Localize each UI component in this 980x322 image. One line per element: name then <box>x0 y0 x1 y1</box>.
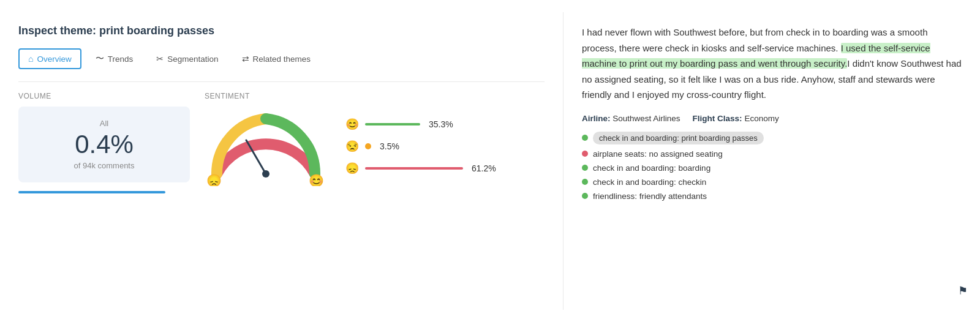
neutral-emoji: 😒 <box>345 140 359 153</box>
volume-value: 0.4% <box>75 132 134 157</box>
trends-icon: 〜 <box>96 53 104 64</box>
tag-label-0: check in and boarding: print boarding pa… <box>593 132 764 144</box>
flight-class-meta: Flight Class: Economy <box>693 114 779 123</box>
tag-item-2: check in and boarding: boarding <box>582 163 962 173</box>
content-area: Volume All 0.4% of 94k comments Sentimen… <box>18 92 545 193</box>
volume-sub-label: of 94k comments <box>74 161 135 170</box>
tag-dot-0 <box>582 135 588 141</box>
gauge-chart: 😞 😊 <box>205 107 327 186</box>
flight-class-value: Economy <box>744 114 778 123</box>
volume-section-label: Volume <box>18 92 190 100</box>
tab-overview[interactable]: ⌂ Overview <box>18 48 81 69</box>
legend-item-negative: 😞 61.2% <box>345 162 496 175</box>
negative-line <box>365 167 463 170</box>
negative-emoji: 😞 <box>345 162 359 175</box>
right-panel: I had never flown with Southwest before,… <box>564 12 980 310</box>
tab-segmentation[interactable]: ✂ Segmentation <box>147 49 227 69</box>
negative-pct: 61.2% <box>472 163 496 173</box>
tag-item-4: friendliness: friendly attendants <box>582 192 962 201</box>
tab-related-themes-label: Related themes <box>253 54 311 64</box>
tag-dot-1 <box>582 151 588 157</box>
flag-icon[interactable]: ⚑ <box>958 284 968 298</box>
tab-trends[interactable]: 〜 Trends <box>86 48 143 69</box>
review-text: I had never flown with Southwest before,… <box>582 24 962 103</box>
page-title: Inspect theme: print boarding passes <box>18 24 545 37</box>
tab-trends-label: Trends <box>108 54 134 64</box>
gauge-container: 😞 😊 😊 35.3% 😒 <box>205 107 545 186</box>
sentiment-section: Sentiment <box>205 92 545 193</box>
neutral-pct: 3.5% <box>380 141 399 151</box>
tag-dot-2 <box>582 165 588 171</box>
scissors-icon: ✂ <box>156 54 164 64</box>
tabs-divider <box>18 81 545 82</box>
tab-segmentation-label: Segmentation <box>167 54 218 64</box>
svg-text:😊: 😊 <box>309 173 324 186</box>
airline-meta: Airline: Southwest Airlines <box>582 114 680 123</box>
tab-bar: ⌂ Overview 〜 Trends ✂ Segmentation ⇄ Rel… <box>18 48 545 69</box>
volume-card: All 0.4% of 94k comments <box>18 107 190 182</box>
tag-label-3: check in and boarding: checkin <box>593 178 706 187</box>
positive-pct: 35.3% <box>429 119 453 129</box>
tag-label-4: friendliness: friendly attendants <box>593 192 707 201</box>
neutral-dot <box>365 143 371 149</box>
positive-line <box>365 123 420 125</box>
sentiment-section-label: Sentiment <box>205 92 545 100</box>
left-panel: Inspect theme: print boarding passes ⌂ O… <box>0 12 564 310</box>
tag-item-3: check in and boarding: checkin <box>582 178 962 187</box>
legend-item-neutral: 😒 3.5% <box>345 140 496 153</box>
positive-emoji: 😊 <box>345 118 359 131</box>
tab-related-themes[interactable]: ⇄ Related themes <box>233 49 320 69</box>
flight-class-label: Flight Class: <box>693 114 742 123</box>
tag-item-0: check in and boarding: print boarding pa… <box>582 132 962 144</box>
tag-dot-3 <box>582 179 588 185</box>
svg-point-1 <box>262 170 270 178</box>
tag-item-1: airplane seats: no assigned seating <box>582 149 962 159</box>
svg-text:😞: 😞 <box>206 173 222 186</box>
legend-item-positive: 😊 35.3% <box>345 118 496 131</box>
volume-section: Volume All 0.4% of 94k comments <box>18 92 190 193</box>
review-meta: Airline: Southwest Airlines Flight Class… <box>582 114 962 123</box>
tags-list: check in and boarding: print boarding pa… <box>582 132 962 201</box>
tag-label-1: airplane seats: no assigned seating <box>593 149 723 159</box>
sentiment-legend: 😊 35.3% 😒 3.5% 😞 <box>345 118 496 175</box>
airline-label: Airline: <box>582 114 611 123</box>
airline-value: Southwest Airlines <box>612 114 680 123</box>
tab-overview-label: Overview <box>37 54 71 64</box>
tag-dot-4 <box>582 193 588 199</box>
home-icon: ⌂ <box>28 54 33 64</box>
volume-filter-label: All <box>100 119 108 128</box>
tag-label-2: check in and boarding: boarding <box>593 163 710 173</box>
related-icon: ⇄ <box>242 54 249 64</box>
volume-bar <box>18 191 165 193</box>
